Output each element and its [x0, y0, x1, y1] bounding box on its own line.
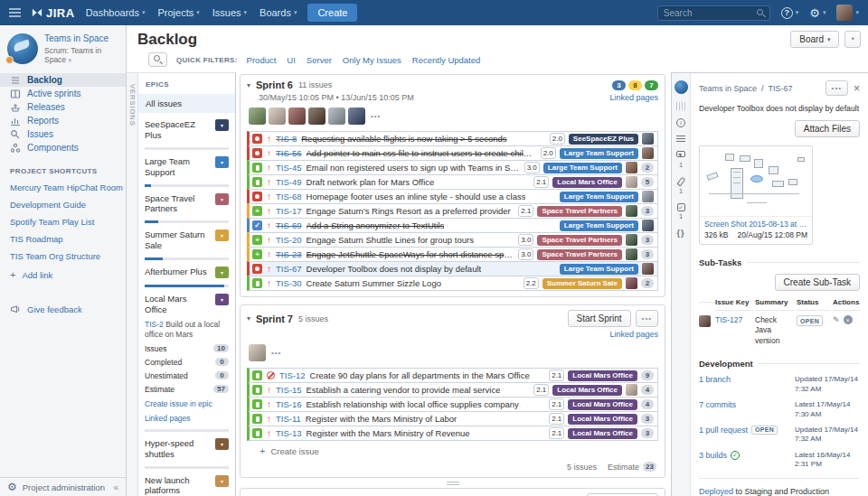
quick-filter-recently-updated[interactable]: Recently Updated: [412, 55, 481, 65]
resize-handle[interactable]: [447, 482, 459, 485]
backlog-search-button[interactable]: [148, 52, 167, 67]
issue-key-link[interactable]: TIS-30: [276, 278, 302, 288]
epic-item[interactable]: Summer Saturn Sale▾: [138, 223, 235, 260]
issue-key-link[interactable]: TIS-56: [276, 148, 302, 158]
issue-row[interactable]: ↑TIS-49Draft network plan for Mars Offic…: [247, 174, 658, 190]
issue-row[interactable]: +↑TIS-23Engage JetShuttle SpaceWays for …: [247, 247, 658, 262]
delete-icon[interactable]: ×: [844, 315, 853, 324]
dev-panel-tab[interactable]: {}: [676, 229, 684, 238]
board-selector[interactable]: Scrum: Teams in Space ▾: [44, 46, 118, 64]
subtask-key-link[interactable]: TIS-127: [715, 311, 753, 325]
panel-drag-handle[interactable]: [676, 102, 686, 110]
admin-menu[interactable]: ⚙▾: [809, 6, 826, 20]
avatar[interactable]: [328, 108, 345, 125]
epic-color-dropdown[interactable]: ▾: [215, 267, 229, 278]
agile-tools-button[interactable]: *: [844, 31, 861, 48]
issue-row[interactable]: ↑TIS-8Requesting available flights is no…: [247, 131, 658, 146]
comments-tab[interactable]: 1: [676, 151, 685, 169]
avatar[interactable]: [269, 108, 286, 125]
issue-row[interactable]: TIS-12Create 90 day plans for all depart…: [247, 368, 658, 383]
issue-key-link[interactable]: TIS-69: [276, 220, 302, 230]
jira-logo[interactable]: JIRA: [32, 6, 75, 20]
quick-filter-only-my-issues[interactable]: Only My Issues: [343, 55, 401, 65]
attachments-tab[interactable]: 1: [679, 177, 684, 195]
epic-item[interactable]: Space Travel Partners▾: [138, 187, 235, 224]
details-tab[interactable]: i: [676, 118, 685, 127]
issue-row[interactable]: ↑TIS-30Create Saturn Summer Sizzle Logo2…: [247, 276, 658, 291]
issue-key-link[interactable]: TIS-13: [276, 428, 302, 438]
board-dropdown-button[interactable]: Board▾: [790, 31, 839, 48]
epic-color-dropdown[interactable]: ▾: [215, 193, 229, 205]
sprint-more-button[interactable]: •••: [636, 310, 658, 327]
issue-key-link[interactable]: TIS-15: [276, 385, 302, 395]
sidebar-item-components[interactable]: Components: [0, 141, 126, 154]
subtasks-tab[interactable]: ✓1: [677, 203, 685, 220]
epic-item[interactable]: Local Mars Office▾TIS-2 Build out a loca…: [138, 287, 235, 432]
project-shortcut-development-guide[interactable]: Development Guide: [0, 196, 126, 213]
issue-more-button[interactable]: •••: [826, 80, 848, 96]
attachment-thumbnail[interactable]: [700, 146, 812, 217]
collapse-sprint-icon[interactable]: ▾: [247, 81, 250, 89]
issue-row[interactable]: ↑TIS-15Establish a catering vendor to pr…: [247, 382, 658, 398]
navbar-menu-projects[interactable]: Projects▾: [157, 7, 199, 18]
collapse-sidebar-icon[interactable]: «: [113, 482, 118, 492]
sidebar-item-releases[interactable]: Releases: [0, 100, 126, 114]
search-input[interactable]: [657, 5, 770, 21]
issue-row[interactable]: ↑TIS-16Establish relationship with local…: [247, 397, 658, 412]
navbar-menu-boards[interactable]: Boards▾: [259, 7, 297, 18]
project-shortcut-tis-roadmap[interactable]: TIS Roadmap: [0, 230, 126, 248]
linked-pages-link[interactable]: Linked pages: [609, 93, 658, 102]
edit-icon[interactable]: ✎: [833, 315, 840, 324]
epic-item[interactable]: New launch platforms▾: [138, 469, 235, 496]
epic-action-linked-pages[interactable]: Linked pages: [145, 414, 229, 423]
epic-color-dropdown[interactable]: ▾: [215, 156, 229, 168]
sidebar-item-reports[interactable]: Reports: [0, 114, 126, 127]
more-avatars-button[interactable]: •••: [271, 349, 281, 357]
collapse-sprint-icon[interactable]: ▾: [247, 314, 250, 323]
development-link-7-commits[interactable]: 7 commits: [699, 400, 736, 409]
avatar[interactable]: [308, 108, 326, 125]
issue-key-link[interactable]: TIS-67: [276, 264, 302, 274]
issue-key-link[interactable]: TIS-12: [279, 370, 306, 380]
app-switcher-icon[interactable]: [9, 8, 21, 17]
issue-key-link[interactable]: TIS-11: [276, 414, 301, 424]
navbar-menu-dashboards[interactable]: Dashboards▾: [86, 7, 146, 18]
issue-row[interactable]: ✓↑TIS-69Add a String anonymizer to TextU…: [247, 218, 658, 233]
user-menu[interactable]: ▾: [836, 5, 859, 21]
issue-row[interactable]: +↑TIS-20Engage Saturn Shuttle Lines for …: [247, 232, 658, 248]
create-button[interactable]: Create: [307, 4, 357, 22]
development-link-1-pull-request[interactable]: 1 pull request: [699, 426, 748, 435]
create-issue-button[interactable]: +Create issue: [247, 441, 658, 458]
versions-panel-tab[interactable]: VERSIONS: [127, 72, 138, 496]
create-subtask-button[interactable]: Create Sub-Task: [775, 274, 860, 291]
project-administration-button[interactable]: ⚙ Project administration «: [0, 477, 126, 496]
issue-key-link[interactable]: TIS-16: [276, 399, 302, 409]
add-link-button[interactable]: +Add link: [0, 265, 126, 280]
quick-filter-product[interactable]: Product: [247, 55, 277, 65]
avatar[interactable]: [348, 108, 365, 125]
epic-action-create-issue-in-epic[interactable]: Create issue in epic: [145, 399, 229, 408]
start-sprint-button[interactable]: Start Sprint: [568, 310, 631, 327]
development-link-1-branch[interactable]: 1 branch: [699, 375, 731, 384]
epic-item[interactable]: Large Team Support▾: [138, 150, 235, 187]
epic-color-dropdown[interactable]: ▾: [215, 119, 229, 131]
sidebar-item-backlog[interactable]: Backlog: [0, 73, 126, 87]
issue-key-link[interactable]: TIS-49: [276, 177, 302, 187]
issue-key-link[interactable]: TIS-8: [276, 134, 297, 144]
sidebar-item-active-sprints[interactable]: Active sprints: [0, 87, 126, 100]
avatar[interactable]: [249, 344, 266, 361]
issue-key-link[interactable]: TIS-23: [276, 249, 302, 259]
issue-key-link[interactable]: TIS-20: [276, 235, 302, 245]
issue-row[interactable]: +↑TIS-17Engage Saturn's Rings Resort as …: [247, 203, 658, 219]
avatar[interactable]: [249, 108, 266, 125]
issue-row[interactable]: ↑TIS-13Register with the Mars Ministry o…: [247, 426, 658, 441]
issue-row[interactable]: ↑TIS-56Add pointer to main css file to i…: [247, 145, 658, 161]
quick-filter-server[interactable]: Server: [307, 55, 332, 65]
linked-pages-link[interactable]: Linked pages: [609, 330, 658, 339]
navbar-menu-issues[interactable]: Issues▾: [212, 7, 247, 18]
all-issues-filter[interactable]: All issues: [138, 94, 235, 113]
more-avatars-button[interactable]: •••: [371, 112, 381, 120]
project-avatar[interactable]: [675, 80, 688, 94]
project-shortcut-tis-team-org-structure[interactable]: TIS Team Org Structure: [0, 248, 126, 265]
epic-item[interactable]: Afterburner Plus▾: [138, 260, 235, 287]
